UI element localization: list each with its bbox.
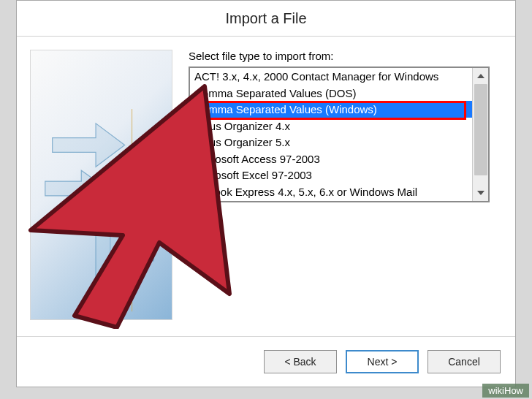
list-item[interactable]: Comma Separated Values (DOS) [190, 85, 472, 102]
prompt-label: Select file type to import from: [189, 50, 502, 62]
dialog-content: Select file type to import from: ACT! 3.… [17, 37, 515, 320]
list-item[interactable]: Outlook Express 4.x, 5.x, 6.x or Windows… [190, 183, 472, 200]
list-item[interactable]: Lotus Organizer 4.x [190, 118, 472, 134]
scroll-down-icon[interactable] [473, 185, 488, 201]
footer-divider [17, 336, 515, 337]
wizard-arrows-icon [31, 50, 172, 319]
list-item-selected[interactable]: Comma Separated Values (Windows) [190, 101, 472, 118]
list-item[interactable]: ACT! 3.x, 4.x, 2000 Contact Manager for … [190, 68, 472, 85]
scroll-up-icon[interactable] [473, 68, 488, 84]
cancel-button[interactable]: Cancel [428, 350, 501, 373]
list-item[interactable]: Lotus Organizer 5.x [190, 134, 472, 151]
dialog-title: Import a File [225, 10, 306, 27]
dialog-header: Import a File [17, 1, 515, 36]
import-file-dialog: Import a File Select file type to import… [16, 0, 516, 387]
button-row: < Back Next > Cancel [264, 350, 501, 373]
wizard-graphic [30, 50, 172, 320]
watermark: wikiHow [482, 384, 529, 398]
listbox-scrollbar[interactable] [472, 68, 488, 201]
list-items-container: ACT! 3.x, 4.x, 2000 Contact Manager for … [190, 68, 472, 201]
file-type-listbox[interactable]: ACT! 3.x, 4.x, 2000 Contact Manager for … [189, 66, 490, 202]
next-button[interactable]: Next > [346, 350, 419, 373]
list-item[interactable]: Microsoft Access 97-2003 [190, 151, 472, 167]
svg-rect-1 [96, 232, 139, 282]
scroll-thumb[interactable] [474, 84, 487, 175]
list-item[interactable]: Microsoft Excel 97-2003 [190, 167, 472, 183]
back-button[interactable]: < Back [264, 350, 337, 373]
right-pane: Select file type to import from: ACT! 3.… [189, 50, 502, 320]
